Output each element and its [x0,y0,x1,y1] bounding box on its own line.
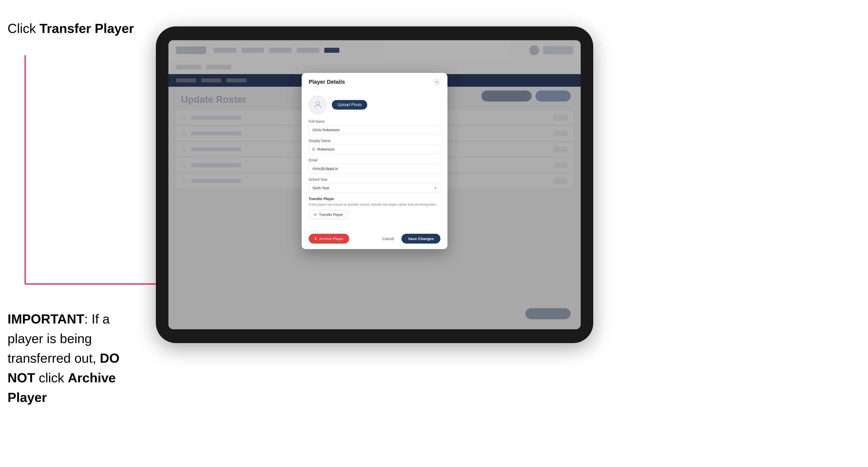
full-name-input[interactable] [309,125,440,135]
instruction-bottom: IMPORTANT: If a player is being transfer… [7,309,148,407]
school-year-select-wrapper: First Year Second Year Third Year Fourth… [309,183,440,193]
archive-icon: ⬇ [314,237,317,241]
email-label: Email [309,158,440,162]
close-icon: × [436,80,438,84]
cancel-button[interactable]: Cancel [378,234,399,244]
tablet-screen: Update Roster [168,40,581,329]
display-name-input[interactable] [309,144,440,154]
modal-header: Player Details × [302,73,447,90]
upload-photo-button[interactable]: Upload Photo [332,100,367,110]
instruction-top-prefix: Click [7,21,39,36]
instruction-top-highlight: Transfer Player [39,21,134,36]
transfer-player-description: If this player has moved to another scho… [309,202,440,207]
email-input[interactable] [309,164,440,174]
school-year-select[interactable]: First Year Second Year Third Year Fourth… [309,183,440,193]
modal-close-button[interactable]: × [433,79,440,86]
full-name-field: Full Name [309,119,440,135]
transfer-player-section: Transfer Player If this player has moved… [309,197,440,219]
modal-title: Player Details [309,79,345,85]
important-label: IMPORTANT [7,312,84,326]
email-field: Email [309,158,440,174]
transfer-player-label: Transfer Player [309,197,440,201]
save-changes-button[interactable]: Save Changes [401,234,440,244]
school-year-label: School Year [309,178,440,182]
svg-point-3 [316,102,319,105]
modal-body: Upload Photo Full Name Display Name [302,90,447,230]
modal-overlay: Player Details × [168,40,581,329]
display-name-label: Display Name [309,139,440,143]
transfer-player-button-label: Transfer Player [319,213,343,217]
avatar-placeholder [309,96,327,114]
full-name-label: Full Name [309,119,440,123]
transfer-player-button[interactable]: ⟳ Transfer Player [309,210,348,219]
modal-footer: ⬇ Archive Player Cancel Save Changes [302,230,447,249]
archive-player-label: Archive Player [319,237,344,241]
player-details-modal: Player Details × [302,73,447,249]
tablet-device: Update Roster [156,26,593,343]
instruction-top: Click Transfer Player [7,20,134,37]
photo-section: Upload Photo [309,96,440,114]
display-name-field: Display Name [309,139,440,154]
transfer-icon: ⟳ [314,213,317,217]
school-year-field: School Year First Year Second Year Third… [309,178,440,193]
archive-player-button[interactable]: ⬇ Archive Player [309,234,349,244]
